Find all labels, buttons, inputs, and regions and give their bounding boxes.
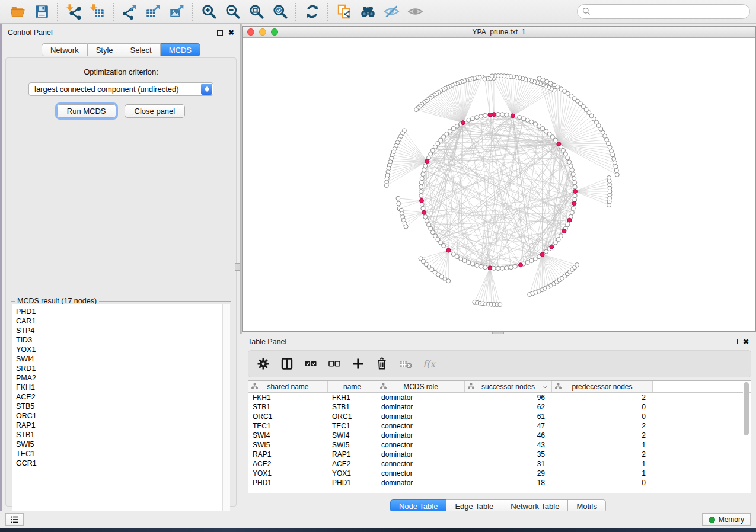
mcds-result-item[interactable]: RAP1: [16, 421, 222, 430]
table-scrollbar[interactable]: [743, 382, 749, 479]
mcds-result-item[interactable]: STB1: [16, 430, 222, 440]
network-canvas[interactable]: [243, 38, 755, 331]
open-file-icon[interactable]: [6, 2, 30, 22]
mcds-result-item[interactable]: PMA2: [16, 373, 222, 383]
mcds-result-item[interactable]: YOX1: [16, 345, 222, 354]
export-table-icon[interactable]: [141, 2, 165, 22]
zoom-selected-icon[interactable]: [268, 2, 292, 22]
task-history-icon: [9, 514, 20, 525]
mcds-list-scrollbar[interactable]: [222, 304, 230, 520]
cell-name: SWI5: [328, 440, 377, 450]
sort-chevron-icon: [543, 384, 548, 390]
table-row[interactable]: RAP1RAP1dominator352: [248, 450, 751, 459]
zoom-fit-icon[interactable]: [244, 2, 268, 22]
cell-shared-name: RAP1: [248, 450, 328, 459]
tab-mcds[interactable]: MCDS: [161, 43, 200, 56]
mcds-result-item[interactable]: TID3: [16, 335, 222, 345]
column-header-MCDS-role[interactable]: MCDS role: [377, 381, 465, 392]
table-row[interactable]: STB1STB1dominator620: [248, 402, 751, 412]
cell-name: SWI4: [328, 431, 377, 440]
column-header-successor-nodes[interactable]: successor nodes: [465, 381, 552, 392]
mcds-result-item[interactable]: ACE2: [16, 392, 222, 402]
close-table-panel-icon[interactable]: ✖: [743, 339, 749, 345]
mcds-result-item[interactable]: GCR1: [16, 459, 222, 468]
table-row[interactable]: SWI5SWI5connector431: [248, 440, 751, 450]
cell-shared-name: FKH1: [248, 393, 328, 402]
network-search-input[interactable]: [577, 4, 750, 19]
settings-gear-icon[interactable]: [254, 354, 272, 374]
table-scrollbar-thumb[interactable]: [744, 382, 749, 435]
refresh-layout-icon[interactable]: [300, 2, 324, 22]
mcds-result-item[interactable]: STP4: [16, 326, 222, 335]
split-panel-icon[interactable]: [278, 354, 296, 374]
table-row[interactable]: SWI4SWI4dominator462: [248, 431, 751, 440]
mcds-tab-content: Optimization criterion: largest connecte…: [5, 57, 237, 507]
deselect-all-icon[interactable]: [326, 354, 343, 374]
import-network-icon[interactable]: [62, 2, 85, 22]
vertical-splitter-handle[interactable]: [235, 263, 240, 271]
search-network-icon[interactable]: [356, 2, 379, 22]
cell-MCDS-role: connector: [377, 421, 465, 431]
add-column-icon[interactable]: [349, 354, 367, 374]
table-row[interactable]: ACE2ACE2connector311: [248, 459, 751, 469]
task-history-button[interactable]: [5, 513, 24, 526]
select-all-icon[interactable]: [302, 354, 320, 374]
float-panel-icon[interactable]: [217, 30, 223, 36]
zoom-in-icon[interactable]: [197, 2, 221, 22]
cell-successor-nodes: 61: [465, 412, 552, 421]
close-panel-icon[interactable]: ✖: [228, 30, 234, 36]
cell-shared-name: SWI4: [248, 431, 328, 440]
mcds-result-item[interactable]: STB5: [16, 402, 222, 411]
column-header-predecessor-nodes[interactable]: predecessor nodes: [552, 381, 653, 392]
table-row[interactable]: ORC1ORC1dominator610: [248, 412, 751, 421]
cell-name: TEC1: [328, 421, 377, 431]
table-row[interactable]: FKH1FKH1dominator962: [248, 393, 751, 402]
memory-button[interactable]: Memory: [702, 513, 751, 526]
float-table-panel-icon[interactable]: [732, 339, 738, 344]
network-graph[interactable]: [243, 38, 755, 331]
cell-shared-name: ACE2: [248, 459, 328, 469]
run-mcds-button[interactable]: Run MCDS: [57, 104, 116, 118]
tab-network[interactable]: Network: [42, 43, 88, 56]
toolbar-separator: [295, 3, 296, 21]
criterion-select[interactable]: largest connected component (undirected): [28, 82, 213, 96]
save-session-icon[interactable]: [30, 2, 53, 22]
cell-predecessor-nodes: 1: [552, 459, 653, 469]
mcds-result-item[interactable]: FKH1: [16, 383, 222, 392]
zoom-out-icon[interactable]: [221, 2, 244, 22]
clone-network-icon[interactable]: [332, 2, 356, 22]
tab-style[interactable]: Style: [88, 43, 122, 56]
column-header-name[interactable]: name: [328, 381, 377, 392]
mcds-result-item[interactable]: SWI5: [16, 440, 222, 449]
delete-column-icon[interactable]: [373, 354, 391, 374]
network-window-titlebar[interactable]: YPA_prune.txt_1: [243, 27, 755, 38]
mcds-result-item[interactable]: TEC1: [16, 449, 222, 459]
cell-successor-nodes: 96: [465, 393, 552, 402]
cell-MCDS-role: dominator: [377, 450, 465, 459]
mcds-result-item[interactable]: PHD1: [16, 307, 222, 316]
mcds-result-item[interactable]: SRD1: [16, 364, 222, 373]
cell-successor-nodes: 35: [465, 450, 552, 459]
main-toolbar: [0, 0, 756, 24]
tab-select[interactable]: Select: [122, 43, 161, 56]
export-network-icon[interactable]: [117, 2, 141, 22]
toolbar-separator: [192, 3, 193, 21]
table-row[interactable]: PHD1PHD1dominator180: [248, 478, 751, 488]
mcds-result-item[interactable]: CAR1: [16, 316, 222, 326]
mcds-result-item[interactable]: ORC1: [16, 411, 222, 421]
import-table-icon[interactable]: [85, 2, 109, 22]
table-body: FKH1FKH1dominator962STB1STB1dominator620…: [248, 393, 751, 488]
export-image-icon[interactable]: [165, 2, 189, 22]
cell-shared-name: STB1: [248, 402, 328, 412]
mcds-result-item[interactable]: SWI4: [16, 354, 222, 364]
table-row[interactable]: YOX1YOX1connector291: [248, 469, 751, 478]
cell-predecessor-nodes: 0: [552, 402, 653, 412]
hide-details-icon[interactable]: [379, 2, 403, 22]
cell-predecessor-nodes: 2: [552, 450, 653, 459]
column-header-shared-name[interactable]: shared name: [248, 381, 328, 392]
table-row[interactable]: TEC1TEC1connector472: [248, 421, 751, 431]
close-panel-button[interactable]: Close panel: [125, 104, 186, 118]
mcds-result-list[interactable]: PHD1CAR1STP4TID3YOX1SWI4SRD1PMA2FKH1ACE2…: [12, 304, 222, 520]
network-view-window: YPA_prune.txt_1: [242, 26, 756, 332]
cell-shared-name: TEC1: [248, 421, 328, 431]
